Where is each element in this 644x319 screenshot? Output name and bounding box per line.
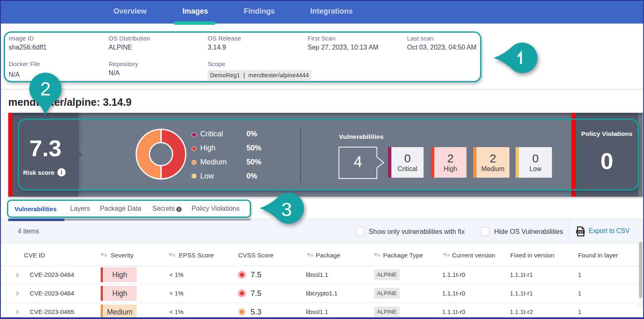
svg-text:CSV: CSV [578,231,584,233]
